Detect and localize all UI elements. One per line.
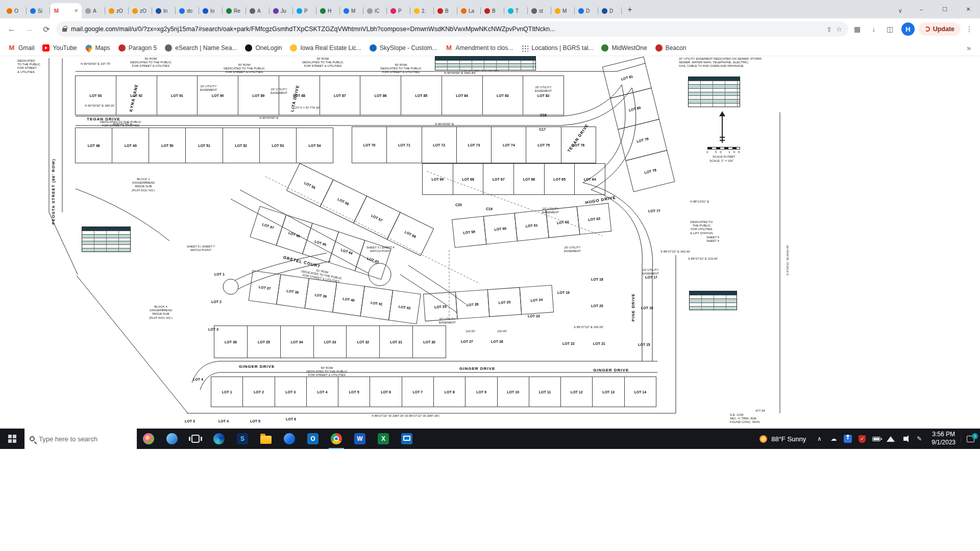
tab-close-icon[interactable]: ✕ [74,8,78,13]
browser-tab[interactable]: zO [105,3,129,18]
taskbar-pinned-app-icon[interactable] [160,429,184,449]
bookmark-label: OneLogin [255,44,282,52]
browser-tab[interactable]: D [598,3,622,18]
tab-favicon [461,8,467,14]
browser-tab[interactable]: st [528,3,551,18]
tab-favicon [320,8,326,14]
bookmark-item[interactable]: Paragon 5 [114,42,161,54]
browser-tab[interactable]: Ju [270,3,293,18]
browser-tab[interactable]: iC [363,3,387,18]
start-button[interactable] [0,429,24,449]
bookmark-item[interactable]: eSearch | Name Sea... [161,42,241,54]
forward-button[interactable]: → [21,21,37,37]
bookmark-item[interactable]: MGmail [4,42,38,54]
maximize-button[interactable]: ☐ [933,0,957,18]
bookmark-item[interactable]: OneLogin [241,42,286,54]
extensions-icon[interactable]: ▦ [850,22,865,36]
lot-label: LOT 16 [641,306,653,310]
taskbar-assistant-app-icon[interactable] [278,429,301,449]
bookmark-label: eSearch | Name Sea... [175,44,237,52]
taskbar-chrome-icon[interactable] [325,429,348,449]
browser-tab[interactable]: M✕ [50,3,82,18]
address-bar[interactable]: mail.google.com/mail/u/0/?zx=xg2y5nj15ma… [56,21,848,37]
taskbar-dev-app-icon[interactable]: S [231,429,254,449]
taskbar-task-view-icon[interactable] [184,429,207,449]
browser-tab[interactable]: A [246,3,270,18]
tab-title: D [609,8,613,14]
browser-tab[interactable]: H [316,3,340,18]
tray-pen-settings-icon[interactable]: ✎ [912,429,926,449]
browser-tab[interactable]: do [176,3,199,18]
bookmark-item[interactable]: SkySlope - Custom... [365,42,442,54]
tray-volume-icon[interactable] [898,429,912,449]
profile-avatar[interactable]: H [901,22,915,36]
tab-favicon [602,8,607,14]
bookmark-label: Paragon 5 [129,44,157,52]
browser-tab[interactable]: Si [27,3,50,18]
taskbar-clock[interactable]: 3:56 PM 9/1/2023 [926,431,961,446]
bookmark-item[interactable]: Locations | BGRS tal... [517,42,597,54]
taskbar-pinned-photo-app-icon[interactable] [137,429,160,449]
browser-tab[interactable]: La [457,3,481,18]
reload-button[interactable]: ⟳ [39,21,54,37]
bookmark-star-icon[interactable]: ☆ [836,26,842,33]
action-center-button[interactable]: 1 [961,436,980,442]
map-annotation: N 87°47'51" E [113,122,132,126]
window-controls: – ☐ ✕ [910,0,980,18]
browser-tab[interactable]: In [152,3,176,18]
browser-tab[interactable]: zO [129,3,152,18]
close-button[interactable]: ✕ [957,0,980,18]
browser-tab[interactable]: O [3,3,27,18]
weather-widget[interactable]: 88°F Sunny [753,435,812,443]
system-tray: ∧☁✓✎ [812,429,926,449]
bookmark-item[interactable]: MAmendment to clos... [442,42,518,54]
taskbar-edge-icon[interactable] [207,429,231,449]
minimize-button[interactable]: – [910,0,933,18]
taskbar-excel-icon[interactable]: X [372,429,395,449]
bookmark-item[interactable]: Maps [81,42,114,54]
map-annotation: 20' UTILITY EASEMENT [542,207,559,214]
browser-tab[interactable]: Io [199,3,223,18]
downloads-icon[interactable]: ↓ [867,22,881,36]
taskbar-outlook-icon[interactable]: O [301,429,325,449]
lot: LOT 41 [360,286,393,320]
browser-tab[interactable]: 1: [410,3,434,18]
browser-tab[interactable]: P [387,3,410,18]
share-icon[interactable]: ⇧ [826,26,832,33]
tray-show-hidden-icons-icon[interactable]: ∧ [812,429,826,449]
update-button[interactable]: Update [919,22,961,36]
browser-tab[interactable]: A [82,3,105,18]
tray-network-icon[interactable] [884,429,898,449]
taskbar-screen-share-app-icon[interactable] [395,429,419,449]
new-tab-button[interactable]: + [623,3,637,17]
bookmark-item[interactable]: YouTube [38,42,81,54]
secure-lock-icon[interactable] [62,28,67,32]
tray-teams-icon[interactable] [841,429,855,449]
side-panel-icon[interactable]: ◫ [883,22,897,36]
browser-tab[interactable]: D [575,3,598,18]
menu-kebab-icon[interactable]: ⋮ [963,25,976,33]
tray-battery-icon[interactable] [869,429,884,449]
taskbar-search[interactable]: Type here to search [24,429,137,449]
browser-tab[interactable]: M [340,3,363,18]
taskbar-word-icon[interactable]: W [348,429,372,449]
tray-onedrive-icon[interactable]: ☁ [826,429,841,449]
tray-security-icon[interactable]: ✓ [855,429,869,449]
bookmark-item[interactable]: Iowa Real Estate Lic... [286,42,365,54]
url-text[interactable]: mail.google.com/mail/u/0/?zx=xg2y5nj15ma… [71,26,822,33]
back-button[interactable]: ← [4,21,19,37]
browser-tab[interactable]: P [293,3,316,18]
map-annotation: 50' ROW DEDICATED TO THE PUBLIC FOR STRE… [306,366,348,378]
browser-tab[interactable]: Re [223,3,246,18]
browser-tab[interactable]: B [481,3,504,18]
bookmarks-overflow-icon[interactable]: » [962,44,976,52]
browser-tab[interactable]: T [504,3,528,18]
taskbar-file-explorer-icon[interactable] [254,429,278,449]
browser-tab[interactable]: M [551,3,575,18]
bookmark-item[interactable]: MidWestOne [597,42,651,54]
bookmark-item[interactable]: Beacon [651,42,691,54]
tab-search-icon[interactable]: ∨ [891,7,910,18]
browser-tab[interactable]: B [434,3,457,18]
excel-glyph: X [378,433,389,444]
update-label: Update [933,26,954,33]
